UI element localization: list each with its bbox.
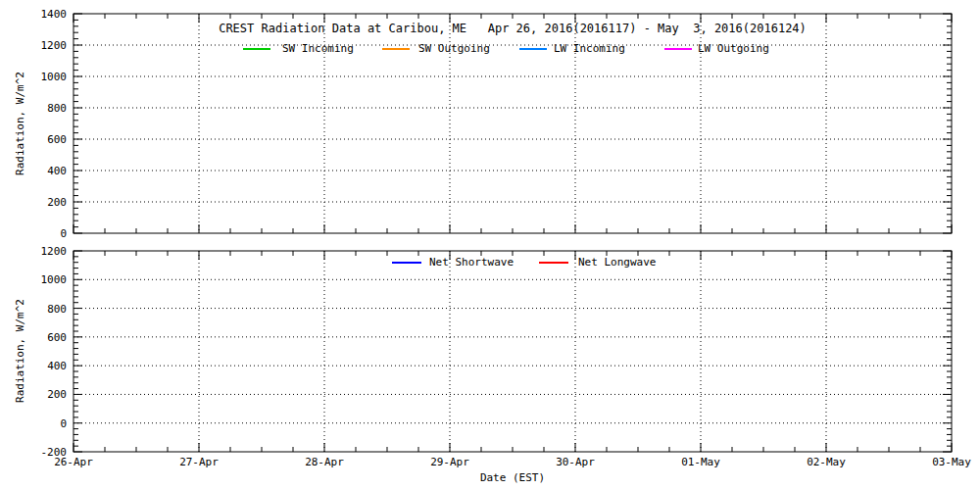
top-plot-ticks xyxy=(74,14,952,233)
bottom-plot-ticks xyxy=(74,251,952,452)
top-plot-y-tick-labels: 0200400600800100012001400 xyxy=(41,8,68,240)
lw-outgoing-legend-swatch xyxy=(664,48,692,50)
top-plot-y-tick-label: 1000 xyxy=(41,71,68,83)
bottom-plot-y-tick-label: 1000 xyxy=(41,273,68,286)
sw-incoming-legend-label: SW Incoming xyxy=(282,42,354,56)
plot-axes-svg: 0200400600800100012001400-20002004006008… xyxy=(0,0,980,490)
lw-incoming-legend-swatch xyxy=(519,48,547,50)
sw-incoming-legend-swatch xyxy=(243,48,270,50)
x-tick-label: 02-May xyxy=(807,456,846,468)
chart-title: CREST Radiation Data at Caribou, ME Apr … xyxy=(74,22,952,35)
x-tick-label: 01-May xyxy=(681,456,720,468)
top-plot-y-tick-label: 800 xyxy=(47,102,67,115)
x-tick-label: 03-May xyxy=(932,456,971,468)
x-tick-label: 30-Apr xyxy=(556,456,595,468)
bottom-plot-y-tick-label: 200 xyxy=(47,388,67,401)
x-tick-label: 26-Apr xyxy=(54,456,93,468)
radiation-chart-page: 0200400600800100012001400-20002004006008… xyxy=(0,0,980,490)
net-shortwave-legend-label: Net Shortwave xyxy=(429,256,514,270)
top-plot-gridlines xyxy=(74,14,952,233)
bottom-plot-y-axis-label: Radiation, W/m^2 xyxy=(14,299,26,403)
x-tick-label: 28-Apr xyxy=(305,456,344,468)
top-plot-y-tick-label: 400 xyxy=(47,165,67,177)
x-axis-label: Date (EST) xyxy=(74,471,952,484)
x-tick-label: 29-Apr xyxy=(430,456,469,468)
top-plot-y-tick-label: 1400 xyxy=(41,8,68,21)
bottom-plot: -20002004006008001000120026-Apr27-Apr28-… xyxy=(41,245,972,468)
top-plot-y-tick-label: 0 xyxy=(60,227,67,240)
lw-incoming-legend-label: LW Incoming xyxy=(554,42,625,56)
top-plot-y-tick-label: 600 xyxy=(47,133,67,146)
lw-outgoing-legend-label: LW Outgoing xyxy=(698,42,769,56)
top-plot-y-tick-label: 200 xyxy=(47,196,67,209)
bottom-plot-y-tick-label: 400 xyxy=(47,360,67,372)
bottom-plot-y-tick-label: 0 xyxy=(60,417,67,430)
top-plot: 0200400600800100012001400 xyxy=(41,8,953,240)
bottom-plot-y-tick-label: 600 xyxy=(47,331,67,344)
net-longwave-legend-label: Net Longwave xyxy=(578,256,656,270)
bottom-plot-frame xyxy=(74,251,952,452)
net-shortwave-legend-swatch xyxy=(392,262,421,264)
top-plot-y-tick-label: 1200 xyxy=(41,39,68,52)
top-plot-y-axis-label: Radiation, W/m^2 xyxy=(14,72,26,175)
x-tick-label: 27-Apr xyxy=(179,456,219,468)
net-longwave-legend-swatch xyxy=(539,262,568,264)
bottom-plot-y-tick-labels: -200020040060080010001200 xyxy=(41,245,68,459)
sw-outgoing-legend-label: SW Outgoing xyxy=(418,42,490,56)
x-tick-labels: 26-Apr27-Apr28-Apr29-Apr30-Apr01-May02-M… xyxy=(54,456,971,468)
top-plot-frame xyxy=(74,14,952,233)
bottom-plot-gridlines xyxy=(74,251,952,452)
sw-outgoing-legend-swatch xyxy=(382,48,410,50)
bottom-plot-y-tick-label: 1200 xyxy=(41,245,68,258)
bottom-plot-y-tick-label: 800 xyxy=(47,303,67,316)
